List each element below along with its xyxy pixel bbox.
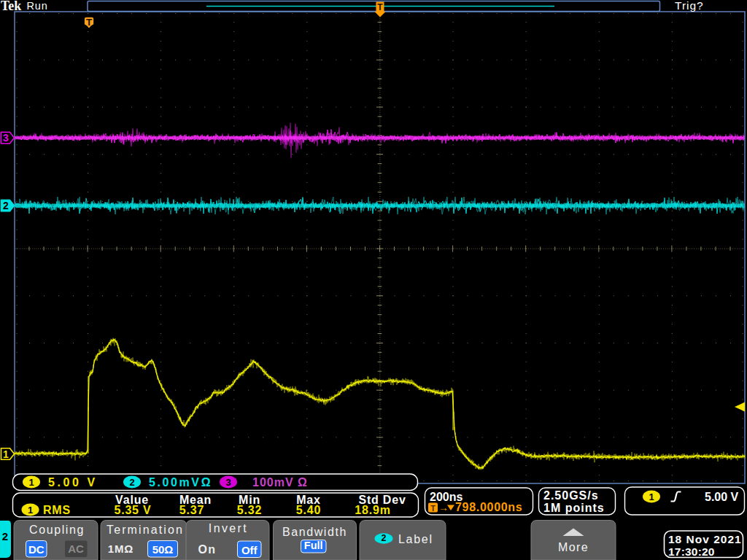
svg-text:→: → (438, 502, 449, 513)
svg-text:1: 1 (28, 505, 33, 516)
svg-text:5.35 V: 5.35 V (114, 504, 151, 516)
svg-text:2: 2 (129, 477, 134, 488)
svg-text:Label: Label (398, 533, 433, 545)
svg-text:2: 2 (2, 530, 8, 542)
svg-text:100mV Ω: 100mV Ω (252, 476, 308, 489)
svg-text:Bandwidth: Bandwidth (282, 526, 347, 538)
svg-text:2: 2 (382, 533, 387, 543)
svg-text:AC: AC (68, 542, 84, 555)
svg-text:17:30:20: 17:30:20 (668, 545, 715, 558)
svg-text:18 Nov 2021: 18 Nov 2021 (668, 533, 742, 545)
svg-text:T: T (377, 2, 383, 12)
svg-text:More: More (558, 541, 589, 553)
svg-text:5.32: 5.32 (237, 504, 262, 516)
svg-text:1: 1 (649, 491, 654, 502)
svg-text:Termination: Termination (107, 524, 184, 536)
svg-text:Full: Full (304, 540, 323, 551)
svg-text:5.40: 5.40 (296, 504, 321, 516)
svg-text:1: 1 (28, 477, 34, 488)
svg-text:Coupling: Coupling (29, 524, 85, 536)
svg-text:5.37: 5.37 (179, 504, 204, 516)
svg-text:2.50GS/s: 2.50GS/s (543, 489, 599, 502)
svg-text:3: 3 (225, 477, 231, 488)
svg-text:1: 1 (3, 448, 9, 460)
svg-text:Tek: Tek (1, 0, 21, 13)
svg-text:Off: Off (241, 544, 258, 556)
svg-text:5.00 V: 5.00 V (705, 491, 739, 503)
svg-text:5.00 V: 5.00 V (48, 476, 98, 489)
svg-text:2: 2 (3, 200, 9, 211)
svg-text:798.0000ns: 798.0000ns (455, 501, 522, 513)
svg-text:5.00mVΩ: 5.00mVΩ (149, 476, 212, 489)
svg-text:50Ω: 50Ω (152, 543, 174, 556)
svg-text:Trig?: Trig? (675, 0, 704, 12)
svg-text:1MΩ: 1MΩ (108, 542, 133, 555)
svg-text:Run: Run (27, 0, 48, 12)
svg-text:Invert: Invert (209, 522, 248, 534)
svg-text:On: On (198, 543, 216, 556)
svg-text:T: T (86, 17, 93, 28)
svg-text:RMS: RMS (43, 504, 71, 516)
svg-text:1M points: 1M points (543, 502, 605, 514)
svg-text:T: T (430, 504, 436, 513)
svg-text:3: 3 (3, 132, 9, 144)
svg-text:DC: DC (28, 543, 44, 556)
svg-text:18.9m: 18.9m (355, 504, 390, 516)
